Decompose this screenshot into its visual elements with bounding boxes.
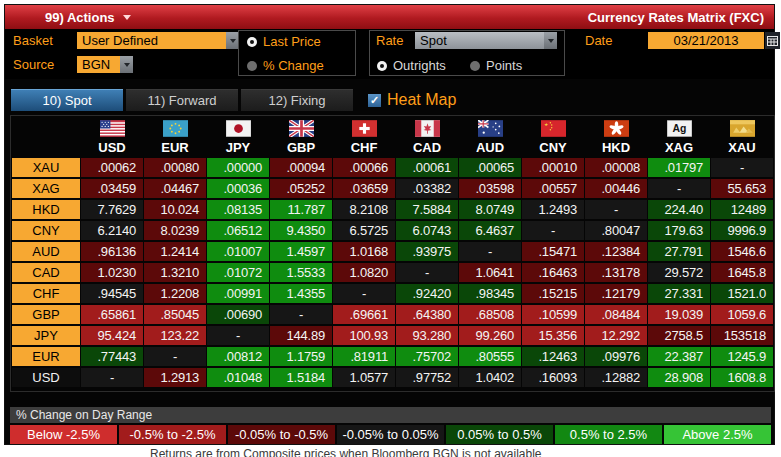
matrix-cell-aud-gbp[interactable]: 1.4597 [270, 242, 332, 261]
matrix-cell-eur-jpy[interactable]: .00812 [207, 347, 269, 366]
matrix-cell-aud-chf[interactable]: 1.0168 [333, 242, 395, 261]
dropdown-arrow-icon[interactable] [544, 32, 557, 49]
matrix-cell-hkd-gbp[interactable]: 11.787 [270, 200, 332, 219]
matrix-cell-hkd-cad[interactable]: 7.5884 [396, 200, 458, 219]
matrix-cell-jpy-chf[interactable]: 100.93 [333, 326, 395, 345]
matrix-cell-xau-cad[interactable]: .00061 [396, 158, 458, 177]
matrix-cell-xag-chf[interactable]: .03659 [333, 179, 395, 198]
matrix-cell-hkd-xag[interactable]: 224.40 [648, 200, 710, 219]
matrix-cell-xag-cad[interactable]: .03382 [396, 179, 458, 198]
matrix-cell-hkd-aud[interactable]: 8.0749 [459, 200, 521, 219]
matrix-cell-usd-gbp[interactable]: 1.5184 [270, 368, 332, 387]
matrix-cell-aud-eur[interactable]: 1.2414 [144, 242, 206, 261]
matrix-cell-chf-eur[interactable]: 1.2208 [144, 284, 206, 303]
matrix-cell-jpy-aud[interactable]: 99.260 [459, 326, 521, 345]
rate-dropdown[interactable]: Spot [415, 32, 557, 49]
matrix-cell-eur-aud[interactable]: .80555 [459, 347, 521, 366]
matrix-cell-jpy-cad[interactable]: 93.280 [396, 326, 458, 345]
source-dropdown[interactable]: BGN [77, 56, 133, 73]
matrix-cell-xag-eur[interactable]: .04467 [144, 179, 206, 198]
matrix-cell-aud-xag[interactable]: 27.791 [648, 242, 710, 261]
matrix-cell-usd-cny[interactable]: .16093 [522, 368, 584, 387]
matrix-cell-cny-chf[interactable]: 6.5725 [333, 221, 395, 240]
matrix-cell-hkd-xau[interactable]: 12489 [711, 200, 773, 219]
row-header-cny[interactable]: CNY [12, 221, 80, 240]
matrix-cell-xau-gbp[interactable]: .00094 [270, 158, 332, 177]
actions-menu-button[interactable]: 99) Actions [45, 10, 131, 25]
row-header-eur[interactable]: EUR [12, 347, 80, 366]
matrix-cell-eur-xau[interactable]: 1245.9 [711, 347, 773, 366]
matrix-cell-aud-hkd[interactable]: .12384 [585, 242, 647, 261]
radio-icon[interactable] [377, 61, 387, 71]
matrix-cell-usd-xau[interactable]: 1608.8 [711, 368, 773, 387]
date-input[interactable]: 03/21/2013 [648, 32, 764, 49]
matrix-cell-aud-aud[interactable]: - [459, 242, 521, 261]
matrix-cell-eur-chf[interactable]: .81911 [333, 347, 395, 366]
matrix-cell-xau-cny[interactable]: .00010 [522, 158, 584, 177]
matrix-cell-cad-eur[interactable]: 1.3210 [144, 263, 206, 282]
matrix-cell-aud-xau[interactable]: 1546.6 [711, 242, 773, 261]
matrix-cell-xag-jpy[interactable]: .00036 [207, 179, 269, 198]
matrix-cell-cad-aud[interactable]: 1.0641 [459, 263, 521, 282]
matrix-cell-hkd-eur[interactable]: 10.024 [144, 200, 206, 219]
dropdown-arrow-icon[interactable] [120, 56, 133, 73]
matrix-cell-xag-gbp[interactable]: .05252 [270, 179, 332, 198]
radio-option-rate-mode-1[interactable]: Points [470, 58, 522, 73]
matrix-cell-gbp-eur[interactable]: .85045 [144, 305, 206, 324]
matrix-cell-hkd-hkd[interactable]: - [585, 200, 647, 219]
matrix-cell-xag-xau[interactable]: 55.653 [711, 179, 773, 198]
matrix-cell-usd-xag[interactable]: 28.908 [648, 368, 710, 387]
matrix-cell-cny-xag[interactable]: 179.63 [648, 221, 710, 240]
matrix-cell-eur-xag[interactable]: 22.387 [648, 347, 710, 366]
matrix-cell-chf-jpy[interactable]: .00991 [207, 284, 269, 303]
matrix-cell-aud-cad[interactable]: .93975 [396, 242, 458, 261]
matrix-cell-xau-eur[interactable]: .00080 [144, 158, 206, 177]
row-header-aud[interactable]: AUD [12, 242, 80, 261]
row-header-hkd[interactable]: HKD [12, 200, 80, 219]
matrix-cell-jpy-eur[interactable]: 123.22 [144, 326, 206, 345]
row-header-xau[interactable]: XAU [12, 158, 80, 177]
matrix-cell-jpy-jpy[interactable]: - [207, 326, 269, 345]
matrix-cell-cad-xag[interactable]: 29.572 [648, 263, 710, 282]
matrix-cell-chf-aud[interactable]: .98345 [459, 284, 521, 303]
matrix-cell-jpy-usd[interactable]: 95.424 [81, 326, 143, 345]
matrix-cell-cny-jpy[interactable]: .06512 [207, 221, 269, 240]
matrix-cell-chf-xau[interactable]: 1521.0 [711, 284, 773, 303]
matrix-cell-cad-cad[interactable]: - [396, 263, 458, 282]
matrix-cell-xau-usd[interactable]: .00062 [81, 158, 143, 177]
matrix-cell-xau-xau[interactable]: - [711, 158, 773, 177]
matrix-cell-cny-cny[interactable]: - [522, 221, 584, 240]
tab-spot[interactable]: 10) Spot [11, 89, 123, 111]
radio-option-rate-mode-0[interactable]: Outrights [377, 58, 446, 73]
matrix-cell-cny-xau[interactable]: 9996.9 [711, 221, 773, 240]
matrix-cell-cny-hkd[interactable]: .80047 [585, 221, 647, 240]
matrix-cell-aud-usd[interactable]: .96136 [81, 242, 143, 261]
matrix-cell-hkd-jpy[interactable]: .08135 [207, 200, 269, 219]
matrix-cell-chf-usd[interactable]: .94545 [81, 284, 143, 303]
row-header-gbp[interactable]: GBP [12, 305, 80, 324]
matrix-cell-cad-cny[interactable]: .16463 [522, 263, 584, 282]
matrix-cell-aud-cny[interactable]: .15471 [522, 242, 584, 261]
matrix-cell-usd-chf[interactable]: 1.0577 [333, 368, 395, 387]
matrix-cell-usd-hkd[interactable]: .12882 [585, 368, 647, 387]
matrix-cell-gbp-hkd[interactable]: .08484 [585, 305, 647, 324]
matrix-cell-gbp-jpy[interactable]: .00690 [207, 305, 269, 324]
calendar-icon[interactable] [765, 32, 780, 49]
matrix-cell-usd-usd[interactable]: - [81, 368, 143, 387]
matrix-cell-gbp-cad[interactable]: .64380 [396, 305, 458, 324]
matrix-cell-cny-cad[interactable]: 6.0743 [396, 221, 458, 240]
matrix-cell-xag-xag[interactable]: - [648, 179, 710, 198]
matrix-cell-xau-hkd[interactable]: .00008 [585, 158, 647, 177]
matrix-cell-usd-eur[interactable]: 1.2913 [144, 368, 206, 387]
radio-icon[interactable] [247, 37, 257, 47]
checkbox-checked-icon[interactable]: ✓ [368, 94, 381, 107]
matrix-cell-xag-hkd[interactable]: .00446 [585, 179, 647, 198]
matrix-cell-cad-hkd[interactable]: .13178 [585, 263, 647, 282]
matrix-cell-cny-gbp[interactable]: 9.4350 [270, 221, 332, 240]
tab-fixing[interactable]: 12) Fixing [241, 89, 353, 111]
radio-option-price-mode-1[interactable]: % Change [247, 58, 324, 73]
matrix-cell-gbp-cny[interactable]: .10599 [522, 305, 584, 324]
matrix-cell-cny-eur[interactable]: 8.0239 [144, 221, 206, 240]
matrix-cell-aud-jpy[interactable]: .01007 [207, 242, 269, 261]
matrix-cell-chf-chf[interactable]: - [333, 284, 395, 303]
